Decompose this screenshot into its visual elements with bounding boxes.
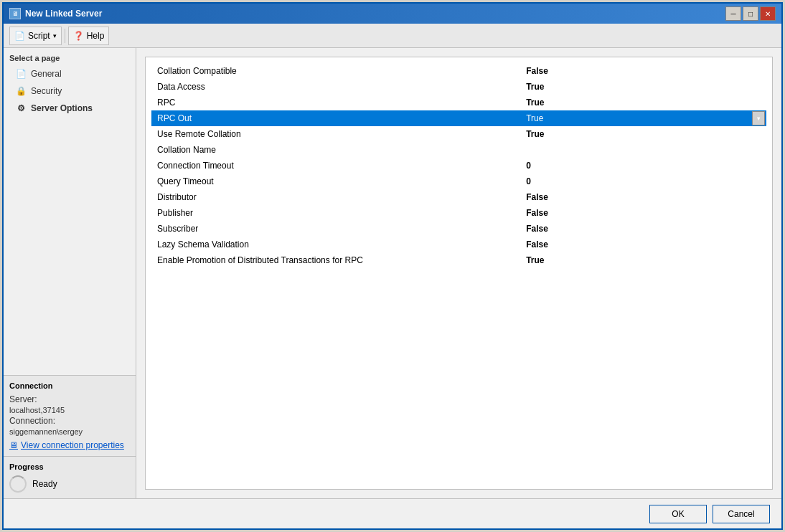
script-label: Script xyxy=(28,31,50,41)
table-row[interactable]: RPCTrue xyxy=(151,95,766,110)
property-name: Enable Promotion of Distributed Transact… xyxy=(151,252,520,268)
table-row[interactable]: SubscriberFalse xyxy=(151,221,766,237)
property-name: Use Remote Collation xyxy=(151,126,520,142)
connection-server-label: Server: xyxy=(9,394,130,404)
script-icon: 📄 xyxy=(14,31,25,41)
property-value: True xyxy=(520,95,752,110)
sidebar: Select a page 📄 General 🔒 Security ⚙ Ser… xyxy=(4,48,136,498)
help-button[interactable]: ❓ Help xyxy=(68,27,110,45)
property-name: Query Timeout xyxy=(151,174,520,189)
connection-link-icon: 🖥 xyxy=(9,440,18,450)
general-icon: 📄 xyxy=(15,68,27,80)
table-row[interactable]: Lazy Schema ValidationFalse xyxy=(151,237,766,252)
property-value: True xyxy=(520,252,752,268)
connection-label: Connection: xyxy=(9,416,130,426)
progress-status: Ready xyxy=(32,479,57,489)
ok-button[interactable]: OK xyxy=(649,505,707,523)
security-icon: 🔒 xyxy=(15,85,27,97)
property-name: Publisher xyxy=(151,205,520,221)
table-row[interactable]: Collation CompatibleFalse xyxy=(151,63,766,79)
property-value: False xyxy=(520,237,752,252)
sidebar-item-server-options-label: Server Options xyxy=(31,103,93,113)
progress-title: Progress xyxy=(9,462,130,471)
property-value: 0 xyxy=(520,174,752,189)
table-row[interactable]: Data AccessTrue xyxy=(151,79,766,95)
property-name: RPC xyxy=(151,95,520,110)
table-row[interactable]: Query Timeout0 xyxy=(151,174,766,189)
progress-section: Progress Ready xyxy=(4,456,136,498)
connection-link-label: View connection properties xyxy=(21,440,124,450)
property-value: False xyxy=(520,205,752,221)
connection-user-value: siggemannen\sergey xyxy=(9,427,130,436)
server-options-icon: ⚙ xyxy=(15,103,27,114)
toolbar: 📄 Script ▾ ❓ Help xyxy=(4,24,781,48)
property-value: True xyxy=(520,126,752,142)
sidebar-item-general-label: General xyxy=(31,69,62,79)
window-title: New Linked Server xyxy=(25,9,102,19)
sidebar-item-security-label: Security xyxy=(31,86,62,96)
properties-content: Collation CompatibleFalseData AccessTrue… xyxy=(145,57,773,490)
main-area: Select a page 📄 General 🔒 Security ⚙ Ser… xyxy=(4,48,781,498)
property-name: Connection Timeout xyxy=(151,158,520,174)
table-row[interactable]: DistributorFalse xyxy=(151,189,766,205)
table-row[interactable]: Use Remote CollationTrue xyxy=(151,126,766,142)
table-row[interactable]: Connection Timeout0 xyxy=(151,158,766,174)
property-name: Distributor xyxy=(151,189,520,205)
property-name: Collation Name xyxy=(151,142,520,158)
property-value: False xyxy=(520,63,752,79)
title-bar: 🖥 New Linked Server ─ □ ✕ xyxy=(4,4,781,24)
property-name: Lazy Schema Validation xyxy=(151,237,520,252)
sidebar-item-general[interactable]: 📄 General xyxy=(4,65,136,82)
property-name: Subscriber xyxy=(151,221,520,237)
sidebar-item-server-options[interactable]: ⚙ Server Options xyxy=(4,100,136,117)
dialog-window: 🖥 New Linked Server ─ □ ✕ 📄 Script ▾ ❓ H… xyxy=(2,2,783,530)
property-name: Collation Compatible xyxy=(151,63,520,79)
property-value: True xyxy=(520,79,752,95)
property-value: False xyxy=(520,221,752,237)
connection-section: Connection Server: localhost,37145 Conne… xyxy=(4,375,136,456)
table-row[interactable]: PublisherFalse xyxy=(151,205,766,221)
restore-button[interactable]: □ xyxy=(743,6,758,21)
table-row[interactable]: Collation Name xyxy=(151,142,766,158)
minimize-button[interactable]: ─ xyxy=(725,6,741,21)
script-button[interactable]: 📄 Script ▾ xyxy=(9,27,62,45)
property-value: True xyxy=(520,110,752,126)
dropdown-arrow-cell[interactable]: ▾ xyxy=(752,110,766,126)
sidebar-item-security[interactable]: 🔒 Security xyxy=(4,82,136,100)
connection-section-title: Connection xyxy=(9,381,130,390)
cancel-button[interactable]: Cancel xyxy=(713,505,770,523)
table-row[interactable]: Enable Promotion of Distributed Transact… xyxy=(151,252,766,268)
connection-server-value: localhost,37145 xyxy=(9,406,130,414)
progress-spinner xyxy=(9,475,27,493)
view-connection-properties-link[interactable]: 🖥 View connection properties xyxy=(9,440,130,450)
table-row[interactable]: RPC OutTrue▾ xyxy=(151,110,766,126)
property-name: RPC Out xyxy=(151,110,520,126)
sidebar-header: Select a page xyxy=(4,48,136,65)
help-label: Help xyxy=(87,31,105,41)
footer: OK Cancel xyxy=(4,498,781,528)
property-value: False xyxy=(520,189,752,205)
property-name: Data Access xyxy=(151,79,520,95)
property-value: 0 xyxy=(520,158,752,174)
toolbar-separator xyxy=(65,29,65,43)
script-dropdown-icon: ▾ xyxy=(53,32,57,39)
window-icon: 🖥 xyxy=(9,8,21,19)
properties-table: Collation CompatibleFalseData AccessTrue… xyxy=(151,63,766,268)
help-icon: ❓ xyxy=(73,31,84,41)
property-value xyxy=(520,142,752,158)
close-button[interactable]: ✕ xyxy=(760,6,776,21)
